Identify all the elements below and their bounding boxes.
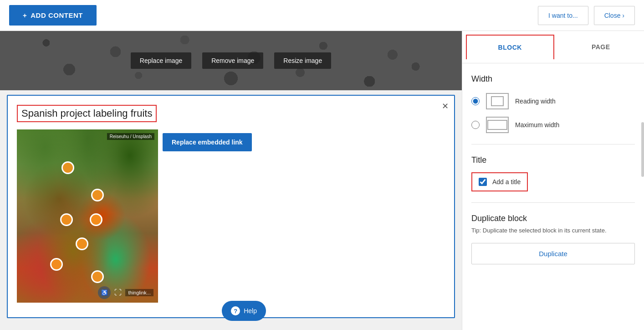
unsplash-credit: Reiseuhu / Unsplash [107, 133, 154, 140]
hotspot-4[interactable] [90, 213, 102, 226]
maximum-width-option: Maximum width [471, 117, 635, 133]
replace-image-button[interactable]: Replace image [131, 52, 191, 69]
maximum-width-label: Maximum width [515, 121, 559, 129]
resize-image-label: Resize image [283, 57, 322, 64]
accessibility-button[interactable]: ♿ [98, 286, 111, 299]
close-button[interactable]: Close › [594, 6, 635, 25]
help-icon: ? [231, 306, 240, 315]
block-tab-label: BLOCK [498, 44, 522, 51]
close-card-button[interactable]: ✕ [442, 101, 449, 111]
add-title-label: Add a title [492, 178, 521, 186]
panel-content: Width Reading width Maximu [462, 63, 644, 275]
thinglink-brand: thinglink... [125, 289, 153, 296]
hero-image-overlay: Replace image Remove image Resize image [0, 31, 462, 90]
divider-2 [471, 202, 635, 203]
content-card: ✕ Spanish project labeling fruits Reiseu… [7, 95, 455, 318]
hotspot-5[interactable] [76, 237, 88, 250]
width-section: Width Reading width Maximu [471, 74, 635, 133]
duplicate-section: Duplicate block Tip: Duplicate the selec… [471, 214, 635, 264]
resize-image-button[interactable]: Resize image [274, 52, 331, 69]
help-button[interactable]: ? Help [222, 301, 266, 321]
divider-1 [471, 144, 635, 144]
replace-image-label: Replace image [140, 57, 182, 64]
accessibility-icon: ♿ [101, 289, 108, 296]
thinglink-image [17, 129, 158, 303]
top-bar-right: I want to... Close › [538, 6, 635, 25]
reading-width-label: Reading width [515, 98, 556, 105]
page-tab[interactable]: PAGE [558, 31, 644, 63]
title-section-label: Title [471, 155, 635, 165]
duplicate-tip: Tip: Duplicate the selected block in its… [471, 227, 635, 234]
card-title: Spanish project labeling fruits [21, 108, 152, 119]
remove-image-button[interactable]: Remove image [202, 52, 263, 69]
duplicate-section-title: Duplicate block [471, 214, 635, 223]
scroll-indicator[interactable] [641, 122, 644, 177]
duplicate-button[interactable]: Duplicate [471, 243, 635, 264]
i-want-to-label: I want to... [548, 12, 578, 19]
reading-width-icon [486, 93, 509, 109]
maximum-width-radio[interactable] [471, 121, 480, 129]
card-title-wrapper: Spanish project labeling fruits [17, 105, 157, 122]
hero-image: Replace image Remove image Resize image [0, 31, 462, 90]
fullscreen-icon: ⛶ [114, 289, 122, 296]
reading-width-icon-inner [491, 96, 504, 106]
width-options: Reading width Maximum width [471, 93, 635, 133]
fullscreen-button[interactable]: ⛶ [114, 289, 122, 297]
replace-embedded-button[interactable]: Replace embedded link [163, 133, 252, 151]
right-panel: BLOCK PAGE Width Reading width [462, 31, 644, 330]
duplicate-btn-label: Duplicate [539, 250, 567, 258]
thinglink-controls: ♿ ⛶ thinglink... [17, 286, 158, 299]
width-section-title: Width [471, 74, 635, 84]
hotspot-7[interactable] [91, 270, 104, 283]
content-area: Replace image Remove image Resize image … [0, 31, 462, 330]
reading-width-option: Reading width [471, 93, 635, 109]
panel-tabs: BLOCK PAGE [462, 31, 644, 63]
maximum-width-icon-inner [487, 120, 507, 130]
top-bar: + ADD CONTENT I want to... Close › [0, 0, 644, 31]
help-label: Help [244, 307, 257, 315]
hotspot-2[interactable] [91, 189, 104, 201]
close-label: Close › [604, 12, 624, 19]
maximum-width-icon [486, 117, 509, 133]
add-content-label: ADD CONTENT [31, 11, 83, 19]
embedded-area: Reiseuhu / Unsplash ♿ [17, 129, 445, 303]
page-tab-label: PAGE [592, 43, 610, 51]
add-title-row: Add a title [471, 172, 528, 191]
replace-embedded-label: Replace embedded link [172, 139, 243, 146]
title-section: Title Add a title [471, 155, 635, 191]
plus-icon: + [23, 11, 27, 19]
hotspot-1[interactable] [61, 161, 74, 174]
remove-image-label: Remove image [211, 57, 254, 64]
block-tab[interactable]: BLOCK [466, 35, 554, 59]
hotspot-3[interactable] [60, 213, 73, 226]
add-title-checkbox[interactable] [479, 178, 487, 186]
thinglink-container: Reiseuhu / Unsplash ♿ [17, 129, 158, 303]
hotspot-6[interactable] [50, 258, 63, 271]
add-content-button[interactable]: + ADD CONTENT [9, 5, 97, 26]
main-area: Replace image Remove image Resize image … [0, 31, 644, 330]
i-want-to-button[interactable]: I want to... [538, 6, 588, 25]
reading-width-radio[interactable] [471, 97, 480, 105]
